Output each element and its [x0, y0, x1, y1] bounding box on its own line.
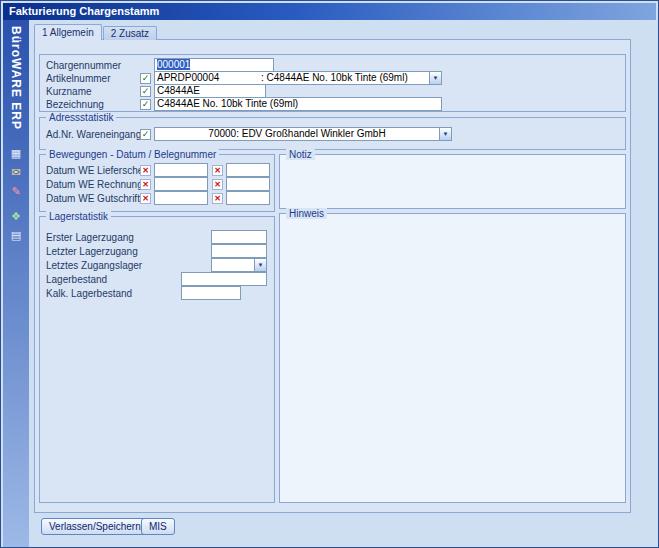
letzter-lagerzugang-label: Letzter Lagerzugang — [46, 245, 138, 258]
window-titlebar[interactable]: Fakturierung Chargenstamm — [3, 3, 656, 20]
letztes-zugangslager-label: Letztes Zugangslager — [46, 259, 142, 272]
lieferschein-beleg-input[interactable] — [226, 163, 270, 177]
kurzname-input[interactable]: C4844AE — [154, 84, 266, 98]
lieferschein-label: Datum WE Lieferschein — [46, 164, 151, 177]
lieferschein-clear-date-button[interactable]: ✕ — [140, 165, 151, 176]
gutschrift-label: Datum WE Gutschrift — [46, 192, 140, 205]
edit-icon[interactable]: ✎ — [9, 184, 24, 199]
erster-lagerzugang-label: Erster Lagerzugang — [46, 231, 134, 244]
kalk-lagerbestand-input[interactable] — [181, 286, 241, 300]
lieferschein-clear-beleg-button[interactable]: ✕ — [212, 165, 223, 176]
bewegungen-group: Bewegungen - Datum / Belegnummer Datum W… — [39, 154, 275, 212]
wareneingang-select[interactable]: 70000: EDV Großhandel Winkler GmbH ▼ — [154, 127, 452, 141]
rechnung-date-input[interactable] — [154, 177, 208, 191]
notiz-group: Notiz — [279, 154, 626, 209]
artikelnummer-description: : C4844AE No. 10bk Tinte (69ml) — [261, 72, 408, 84]
gutschrift-clear-date-button[interactable]: ✕ — [140, 193, 151, 204]
notiz-textarea[interactable] — [284, 159, 621, 204]
lieferschein-date-input[interactable] — [154, 163, 208, 177]
bewegungen-title: Bewegungen - Datum / Belegnummer — [46, 149, 219, 160]
letztes-zugangslager-select[interactable]: ▼ — [211, 258, 267, 272]
chargennummer-value: 000001 — [157, 59, 190, 70]
bezeichnung-checkbox[interactable]: ✓ — [140, 99, 151, 110]
gutschrift-date-input[interactable] — [154, 191, 208, 205]
artikelnummer-value: APRDP00004 — [157, 72, 219, 83]
tab-page-allgemein: Chargennummer 000001 Artikelnummer ✓ APR… — [34, 39, 631, 513]
app-window: Fakturierung Chargenstamm BüroWARE ERP ▦… — [0, 0, 659, 548]
tab-allgemein[interactable]: 1 Allgemein — [34, 24, 102, 40]
tools-icon[interactable]: ❖ — [9, 209, 24, 224]
artikelnummer-checkbox[interactable]: ✓ — [140, 73, 151, 84]
adressstatistik-group: Adressstatistik Ad.Nr. Wareneingang ✓ 70… — [39, 117, 626, 150]
bezeichnung-value: C4844AE No. 10bk Tinte (69ml) — [157, 98, 298, 109]
wareneingang-checkbox[interactable]: ✓ — [140, 129, 151, 140]
lagerstatistik-title: Lagerstatistik — [46, 211, 111, 222]
lagerstatistik-group: Lagerstatistik Erster Lagerzugang Letzte… — [39, 216, 275, 503]
erster-lagerzugang-input[interactable] — [211, 230, 267, 244]
bezeichnung-label: Bezeichnung — [46, 98, 104, 111]
mis-button[interactable]: MIS — [141, 518, 175, 535]
document-icon[interactable]: ▤ — [9, 228, 24, 243]
rechnung-label: Datum WE Rechnung — [46, 178, 143, 191]
adressstatistik-title: Adressstatistik — [46, 112, 116, 123]
tab-bar: 1 Allgemein 2 Zusatz — [34, 24, 157, 40]
artikelnummer-input[interactable]: APRDP00004 : C4844AE No. 10bk Tinte (69m… — [154, 71, 442, 85]
chargennummer-input[interactable]: 000001 — [154, 58, 274, 72]
bezeichnung-input[interactable]: C4844AE No. 10bk Tinte (69ml) — [154, 97, 442, 111]
stammdaten-group: Chargennummer 000001 Artikelnummer ✓ APR… — [39, 54, 626, 112]
rechnung-beleg-input[interactable] — [226, 177, 270, 191]
zugangslager-dropdown-button[interactable]: ▼ — [254, 258, 267, 272]
rechnung-clear-beleg-button[interactable]: ✕ — [212, 179, 223, 190]
window-title: Fakturierung Chargenstamm — [9, 5, 159, 17]
gutschrift-clear-beleg-button[interactable]: ✕ — [212, 193, 223, 204]
tab-zusatz[interactable]: 2 Zusatz — [103, 26, 157, 40]
wareneingang-label: Ad.Nr. Wareneingang — [46, 128, 141, 141]
artikelnummer-label: Artikelnummer — [46, 72, 110, 85]
wareneingang-value: 70000: EDV Großhandel Winkler GmbH — [208, 128, 385, 139]
window-icon[interactable]: ▦ — [9, 146, 24, 161]
hinweis-group: Hinweis — [279, 213, 626, 503]
gutschrift-beleg-input[interactable] — [226, 191, 270, 205]
hinweis-textarea[interactable] — [284, 218, 621, 498]
lagerbestand-input[interactable] — [181, 272, 267, 286]
rechnung-clear-date-button[interactable]: ✕ — [140, 179, 151, 190]
kurzname-label: Kurzname — [46, 85, 92, 98]
sidebar: BüroWARE ERP ▦ ✉ ✎ ❖ ▤ — [3, 20, 29, 547]
brand-text: BüroWARE ERP — [9, 26, 23, 130]
artikelnummer-dropdown-button[interactable]: ▼ — [429, 71, 442, 85]
chargennummer-label: Chargennummer — [46, 59, 121, 72]
wareneingang-dropdown-button[interactable]: ▼ — [439, 127, 452, 141]
sidebar-icon-bar: ▦ ✉ ✎ ❖ ▤ — [9, 146, 24, 243]
mail-icon[interactable]: ✉ — [9, 165, 24, 180]
lagerbestand-label: Lagerbestand — [46, 273, 107, 286]
kurzname-value: C4844AE — [157, 85, 200, 96]
kalk-lagerbestand-label: Kalk. Lagerbestand — [46, 287, 132, 300]
kurzname-checkbox[interactable]: ✓ — [140, 86, 151, 97]
verlassen-speichern-button[interactable]: Verlassen/Speichern — [41, 518, 149, 535]
letzter-lagerzugang-input[interactable] — [211, 244, 267, 258]
